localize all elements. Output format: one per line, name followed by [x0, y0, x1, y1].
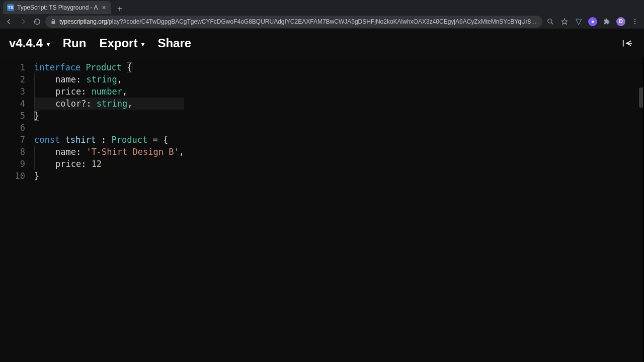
nav-back-button[interactable]	[3, 16, 15, 28]
code-line[interactable]: const tshirt : Product = {	[34, 134, 184, 146]
chevron-down-icon: ▾	[47, 41, 50, 48]
line-number: 3	[0, 85, 34, 98]
lock-icon	[50, 19, 56, 25]
extension-a-icon[interactable]: ▽	[573, 16, 585, 28]
address-bar[interactable]: typescriptlang.org/play?#code/C4TwDgpgBA…	[45, 16, 542, 28]
omnibar: typescriptlang.org/play?#code/C4TwDgpgBA…	[0, 14, 644, 29]
svg-point-3	[634, 19, 635, 20]
bookmark-star-icon[interactable]	[558, 16, 571, 28]
chrome-menu-icon[interactable]	[629, 16, 641, 28]
browser-tab[interactable]: TS TypeScript: TS Playground - A ✕	[3, 1, 111, 14]
nav-forward-button[interactable]	[17, 16, 29, 28]
tab-close-icon[interactable]: ✕	[101, 5, 107, 11]
share-button[interactable]: Share	[157, 36, 191, 50]
chevron-down-icon: ▾	[141, 41, 144, 48]
code-line[interactable]: interface Product {	[34, 61, 184, 73]
url-text: typescriptlang.org/play?#code/C4TwDgpgBA…	[59, 18, 537, 25]
line-number: 7	[0, 134, 34, 146]
line-number: 4	[0, 98, 34, 110]
svg-marker-2	[561, 19, 568, 24]
code-line[interactable]: price: 12	[34, 158, 184, 170]
line-number: 8	[0, 146, 34, 158]
code-line[interactable]: name: string,	[34, 73, 184, 85]
code-area[interactable]: interface Product { name: string, price:…	[34, 57, 184, 362]
code-line[interactable]: }	[34, 110, 184, 122]
code-line[interactable]: }	[34, 170, 184, 182]
collapse-panel-icon[interactable]	[620, 37, 635, 50]
line-number: 1	[0, 61, 34, 73]
tab-strip: TS TypeScript: TS Playground - A ✕ ＋	[0, 0, 644, 14]
run-button[interactable]: Run	[63, 36, 87, 50]
line-number: 10	[0, 170, 34, 182]
svg-point-5	[634, 23, 635, 24]
nav-reload-button[interactable]	[31, 16, 43, 28]
code-editor[interactable]: 12345678910 interface Product { name: st…	[0, 57, 644, 362]
line-number: 9	[0, 158, 34, 170]
svg-point-0	[548, 19, 552, 23]
code-line[interactable]: price: number,	[34, 85, 184, 98]
playground-toolbar: v4.4.4▾ Run Export▾ Share	[0, 29, 644, 57]
extensions-puzzle-icon[interactable]	[601, 16, 613, 28]
profile-avatar[interactable]: D	[615, 16, 627, 28]
export-menu[interactable]: Export▾	[99, 36, 144, 50]
new-tab-button[interactable]: ＋	[114, 3, 125, 14]
svg-line-1	[551, 22, 553, 24]
line-number: 6	[0, 122, 34, 134]
tab-title: TypeScript: TS Playground - A	[17, 4, 98, 11]
extension-b-icon[interactable]: ●	[587, 16, 599, 28]
code-line[interactable]: color?: string,	[34, 98, 184, 110]
line-number-gutter: 12345678910	[0, 57, 34, 362]
favicon-ts-icon: TS	[7, 4, 14, 11]
browser-chrome: TS TypeScript: TS Playground - A ✕ ＋ typ…	[0, 0, 644, 29]
zoom-icon[interactable]	[544, 16, 556, 28]
svg-point-4	[634, 21, 635, 22]
code-line[interactable]: name: 'T-Shirt Design B',	[34, 146, 184, 158]
version-selector[interactable]: v4.4.4▾	[9, 36, 50, 50]
code-line[interactable]	[34, 122, 184, 134]
line-number: 2	[0, 73, 34, 85]
line-number: 5	[0, 110, 34, 122]
